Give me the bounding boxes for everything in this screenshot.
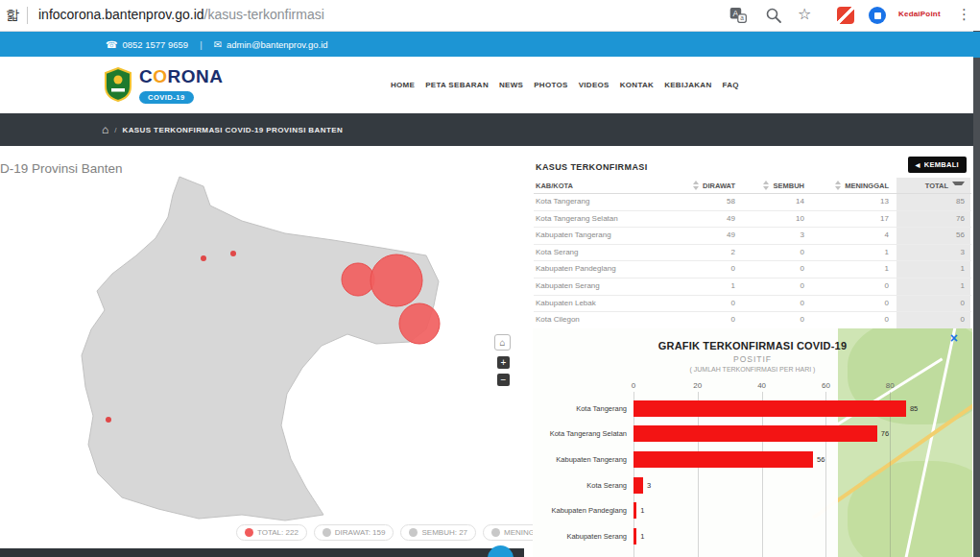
nav-item-news[interactable]: NEWS <box>499 81 523 89</box>
column-header-label: DIRAWAT <box>703 182 735 190</box>
home-icon[interactable]: ⌂ <box>102 123 108 136</box>
sort-icon <box>693 181 700 190</box>
cell-dirawat: 58 <box>687 194 743 210</box>
cell-dirawat: 49 <box>687 211 743 228</box>
close-icon[interactable]: × <box>950 330 958 346</box>
bar-value-label: 3 <box>647 481 651 490</box>
nav-item-photos[interactable]: PHOTOS <box>534 81 567 89</box>
cell-sembuh: 14 <box>743 194 812 210</box>
table-row: Kabupaten Serang1001 <box>534 278 971 296</box>
case-bubble[interactable] <box>399 303 440 344</box>
site-logo[interactable]: CORONA COVID-19 <box>104 67 223 106</box>
table-row: Kota Cilegon0000 <box>534 312 971 329</box>
column-header-meninggal[interactable]: MENINGGAL <box>812 178 896 193</box>
extension-icon-blue[interactable] <box>869 7 886 24</box>
case-dot[interactable] <box>230 251 236 256</box>
column-header-dirawat[interactable]: DIRAWAT <box>687 178 743 193</box>
nav-item-peta-sebaran[interactable]: PETA SEBARAN <box>425 81 489 89</box>
cell-total: 3 <box>896 245 970 261</box>
case-bubble[interactable] <box>342 263 374 296</box>
case-bubble[interactable] <box>370 254 422 306</box>
main-nav: HOMEPETA SEBARANNEWSPHOTOSVIDEOSKONTAKKE… <box>391 57 739 113</box>
nav-item-home[interactable]: HOME <box>391 81 415 89</box>
email-address[interactable]: admin@bantenprov.go.id <box>227 39 328 50</box>
bar[interactable] <box>633 425 877 442</box>
cell-meninggal: 4 <box>812 228 896 244</box>
cell-sembuh: 0 <box>743 261 812 278</box>
column-header-label: KAB/KOTA <box>536 182 573 190</box>
cell-name: Kabupaten Tangerang <box>534 228 687 244</box>
logo-covid-badge: COVID-19 <box>139 91 194 104</box>
legend-label: TOTAL: 222 <box>257 528 299 537</box>
case-dot[interactable] <box>106 417 111 423</box>
chart-row: Kabupaten Pandeglang1 <box>533 497 972 523</box>
cell-dirawat: 49 <box>687 228 743 244</box>
cell-dirawat: 1 <box>687 278 743 295</box>
translate-icon[interactable]: A a <box>729 7 747 28</box>
phone-icon: ☎ <box>106 39 117 50</box>
nav-item-kebijakan[interactable]: KEBIJAKAN <box>664 81 711 89</box>
cases-table: KAB/KOTADIRAWATSEMBUHMENINGGALTOTAL Kota… <box>534 178 971 329</box>
cell-sembuh: 3 <box>743 228 812 244</box>
chart-header: GRAFIK TERKONFIRMASI COVID-19 POSITIF ( … <box>533 328 972 373</box>
sort-icon <box>835 181 842 190</box>
map-home-button[interactable]: ⌂ <box>494 334 511 351</box>
bar[interactable] <box>633 528 636 545</box>
bar[interactable] <box>633 451 813 468</box>
column-header-total[interactable]: TOTAL <box>896 178 970 193</box>
chart-subtitle2: ( JUMLAH TERKONFIRMASI PER HARI ) <box>533 366 972 373</box>
chart-panel: × GRAFIK TERKONFIRMASI COVID-19 POSITIF … <box>533 328 972 557</box>
chart-category-label: Kabupaten Tangerang <box>533 455 633 464</box>
cell-dirawat: 2 <box>687 245 743 261</box>
cell-name: Kabupaten Lebak <box>534 296 687 312</box>
column-header-sembuh[interactable]: SEMBUH <box>743 178 812 193</box>
legend-dot-icon <box>491 528 500 537</box>
nav-item-videos[interactable]: VIDEOS <box>579 81 610 89</box>
tick-label: 60 <box>822 381 830 390</box>
scrollbar-thumb[interactable] <box>973 32 980 58</box>
page-scrollbar[interactable] <box>973 31 980 557</box>
bar-value-label: 56 <box>817 455 825 464</box>
table-row: Kabupaten Tangerang493456 <box>534 228 971 245</box>
bookmark-star-icon[interactable]: ☆ <box>798 5 811 23</box>
cell-meninggal: 0 <box>812 312 896 328</box>
browser-menu-icon[interactable]: ⋮ <box>957 6 971 23</box>
kembali-button[interactable]: ◀ KEMBALI <box>908 157 967 173</box>
phone-number[interactable]: 0852 1577 9659 <box>122 39 188 50</box>
cell-dirawat: 0 <box>687 312 743 328</box>
cell-name: Kabupaten Serang <box>534 278 687 295</box>
browser-profile-text[interactable]: 핣 <box>6 7 19 24</box>
site-header: CORONA COVID-19 HOMEPETA SEBARANNEWSPHOT… <box>0 57 980 113</box>
cell-name: Kota Cilegon <box>534 312 687 328</box>
case-dot[interactable] <box>201 255 206 261</box>
cell-total: 85 <box>896 194 970 210</box>
legend-label: SEMBUH: 27 <box>421 528 467 537</box>
bar[interactable] <box>633 400 906 417</box>
search-icon[interactable] <box>765 7 782 28</box>
legend-dot-icon <box>323 528 331 537</box>
zoom-in-button[interactable]: + <box>497 356 510 369</box>
zoom-out-button[interactable]: − <box>497 374 510 386</box>
url-bar[interactable]: infocorona.bantenprov.go.id/kasus-terkon… <box>38 7 324 22</box>
banten-province-shape[interactable] <box>82 177 439 521</box>
extension-kedaipoint[interactable]: KedaiPoint <box>898 10 941 18</box>
extension-icon-red[interactable] <box>837 7 854 24</box>
cell-sembuh: 0 <box>743 278 812 295</box>
chart-subtitle: POSITIF <box>533 354 972 364</box>
column-header-kab-kota[interactable]: KAB/KOTA <box>534 178 687 193</box>
nav-item-kontak[interactable]: KONTAK <box>620 81 654 89</box>
nav-item-faq[interactable]: FAQ <box>723 81 739 89</box>
banten-shield-icon <box>104 67 132 106</box>
cell-total: 1 <box>896 261 970 278</box>
bar[interactable] <box>633 477 643 494</box>
chart-row: Kabupaten Serang1 <box>533 523 972 549</box>
cell-name: Kota Tangerang <box>534 194 687 210</box>
bar[interactable] <box>633 502 636 519</box>
back-arrow-icon: ◀ <box>916 161 920 168</box>
sort-desc-icon <box>952 182 965 189</box>
bar-value-label: 85 <box>910 404 918 413</box>
chart-category-label: Kota Tangerang <box>533 404 633 413</box>
cell-name: Kota Serang <box>534 245 687 261</box>
svg-text:a: a <box>740 14 744 21</box>
banten-map[interactable] <box>50 169 514 526</box>
